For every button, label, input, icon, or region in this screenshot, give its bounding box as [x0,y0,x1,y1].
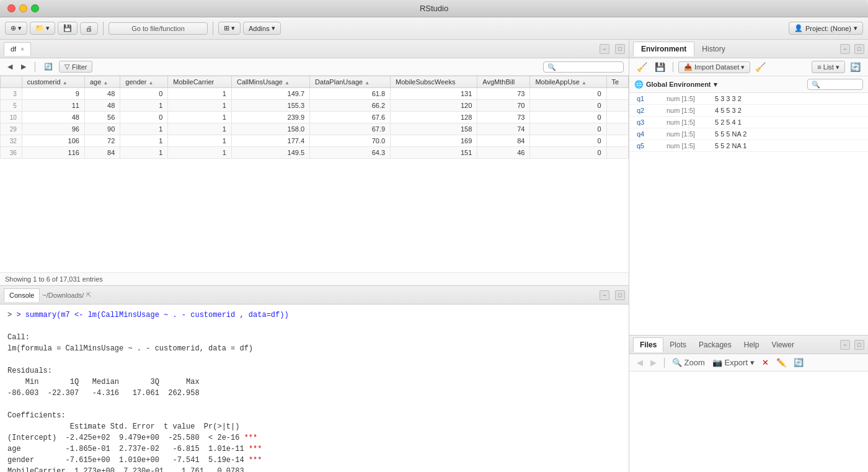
console-maximize[interactable]: □ [615,290,625,300]
col-subscweeks[interactable]: MobileSubscWeeks [391,76,477,88]
table-cell: 0 [530,135,606,147]
maximize-panel-button[interactable]: □ [615,44,625,54]
refresh-icon: 🔄 [794,358,804,367]
open-file-button[interactable]: 📁▾ [30,22,55,35]
env-clear-button[interactable]: 🧹 [753,61,768,73]
env-tab-environment[interactable]: Environment [633,42,694,56]
print-button[interactable]: 🖨 [80,22,98,35]
df-tab-close[interactable]: × [20,46,24,53]
env-var-name: q4 [637,130,662,138]
col-age[interactable]: age ▲ [84,76,120,88]
console-body[interactable]: > > summary(m7 <- lm(CallMinsUsage ~ . -… [0,305,629,472]
env-search-input[interactable] [807,79,863,90]
env-variable-row[interactable]: q5 num [1:5] 5 5 2 NA 1 [629,140,868,152]
edit-button[interactable]: ✏️ [774,357,789,368]
console-controls: − □ [598,290,625,300]
col-dataplan[interactable]: DataPlanUsage ▲ [310,76,391,88]
df-tab[interactable]: df × [4,42,31,56]
table-cell: 9 [22,88,84,100]
table-cell [606,147,628,159]
minimize-panel-button[interactable]: − [600,44,609,54]
files-tab-plots[interactable]: Plots [663,338,693,352]
back-button[interactable]: ◀ [5,61,15,72]
env-var-name: q3 [637,118,662,126]
filter-button[interactable]: ▽ Filter [59,61,92,73]
list-view-button[interactable]: ≡ List ▾ [812,61,845,73]
table-cell: 64.3 [310,147,391,159]
global-env-label[interactable]: Global Environment ▾ [646,81,717,89]
table-cell: 74 [477,123,530,135]
table-cell: 1 [120,147,168,159]
console-minimize[interactable]: − [600,290,609,300]
grid-button[interactable]: ⊞▾ [218,22,241,35]
files-minimize[interactable]: − [840,340,850,350]
env-variable-row[interactable]: q2 num [1:5] 4 5 5 3 2 [629,105,868,117]
import-dataset-button[interactable]: 📥 Import Dataset ▾ [678,61,750,73]
close-button[interactable] [7,4,16,12]
export-button[interactable]: 📷 Export ▾ [710,357,757,368]
print-icon: 🖨 [86,25,92,32]
data-toolbar: ◀ ▶ 🔄 ▽ Filter [0,58,629,76]
env-maximize[interactable]: □ [854,44,864,54]
delete-plot-button[interactable]: ✕ [760,357,771,368]
table-cell: 120 [391,100,477,112]
col-mobilecarrier[interactable]: MobileCarrier [168,76,232,88]
table-row: 394801149.761.8131730 [1,88,629,100]
files-tab-files[interactable]: Files [633,337,663,352]
new-file-button[interactable]: ⊕▾ [5,22,27,35]
table-cell: 48 [22,112,84,123]
table-cell: 106 [22,135,84,147]
env-minimize[interactable]: − [840,44,850,54]
save-icon: 💾 [63,24,72,32]
refresh-files-button[interactable]: 🔄 [791,357,806,368]
table-cell: 1 [168,88,232,100]
minimize-button[interactable] [19,4,27,12]
files-tab-viewer[interactable]: Viewer [765,338,800,352]
col-te[interactable]: Te [606,76,628,88]
main-toolbar: ⊕▾ 📁▾ 💾 🖨 Go to file/function ⊞▾ Addins … [0,17,868,40]
col-avgmth[interactable]: AvgMthBill [477,76,530,88]
table-cell: 90 [84,123,120,135]
forward-button[interactable]: ▶ [19,61,29,72]
env-var-type: num [1:5] [666,95,710,102]
col-customerid[interactable]: customerid ▲ [22,76,84,88]
data-table-container[interactable]: customerid ▲ age ▲ gender ▲ MobileCarrie… [0,76,629,272]
col-callmins[interactable]: CallMinsUsage ▲ [231,76,309,88]
env-variable-row[interactable]: q3 num [1:5] 5 2 5 4 1 [629,117,868,128]
zoom-button[interactable]: 🔍 Zoom [670,357,707,368]
data-toolbar-sep [35,62,35,72]
table-cell: 67.6 [310,112,391,123]
table-cell: 46 [477,147,530,159]
table-cell: 1 [120,135,168,147]
save-button[interactable]: 💾 [58,22,78,35]
files-tab-help[interactable]: Help [738,338,766,352]
table-cell: 48 [84,88,120,100]
project-button[interactable]: 👤 Project: (None) ▾ [789,22,863,35]
refresh-button[interactable]: 🔄 [42,61,55,72]
col-appuse[interactable]: MobileAppUse ▲ [530,76,606,88]
env-var-type: num [1:5] [666,130,710,138]
addins-button[interactable]: Addins ▾ [243,22,281,35]
maximize-button[interactable] [31,4,39,12]
data-tabbar: df × − □ [0,40,629,58]
col-index [1,76,22,88]
data-status: Showing 1 to 6 of 17,031 entries [0,272,629,285]
console-tab[interactable]: Console [4,288,40,302]
global-env-bar: 🌐 Global Environment ▾ [629,76,868,93]
table-cell: 66.2 [310,100,391,112]
files-maximize[interactable]: □ [854,340,864,350]
table-cell: 128 [391,112,477,123]
env-brush-button[interactable]: 🧹 [634,61,650,73]
col-gender[interactable]: gender ▲ [120,76,168,88]
table-cell: 96 [22,123,84,135]
go-to-file-button[interactable]: Go to file/function [108,22,208,35]
console-external-icon[interactable]: ⇱ [86,292,91,298]
env-variable-row[interactable]: q4 num [1:5] 5 5 5 NA 2 [629,128,868,140]
data-search-input[interactable] [543,61,624,73]
env-tab-history[interactable]: History [694,42,732,56]
env-save-button[interactable]: 💾 [652,61,668,73]
env-variable-row[interactable]: q1 num [1:5] 5 3 3 3 2 [629,93,868,105]
env-var-type: num [1:5] [666,118,710,126]
env-refresh-button[interactable]: 🔄 [848,61,863,73]
files-tab-packages[interactable]: Packages [693,338,738,352]
